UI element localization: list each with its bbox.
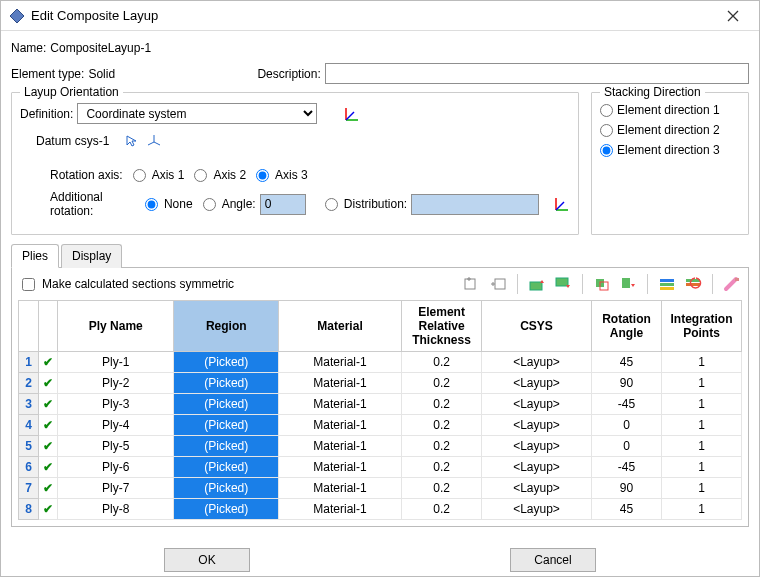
row-number[interactable]: 2 [19,373,39,394]
cell-intpts[interactable]: 1 [662,478,742,499]
table-row[interactable]: 2✔Ply-2(Picked)Material-10.2<Layup>901 [19,373,742,394]
cell-thickness[interactable]: 0.2 [402,415,482,436]
cell-rotation[interactable]: 90 [592,478,662,499]
symmetric-row[interactable]: Make calculated sections symmetric [18,275,234,294]
cell-thickness[interactable]: 0.2 [402,478,482,499]
cell-plyname[interactable]: Ply-7 [58,478,174,499]
axis2-radio[interactable] [194,169,207,182]
row-number[interactable]: 4 [19,415,39,436]
cell-csys[interactable]: <Layup> [482,457,592,478]
create-dist-icon[interactable] [554,195,570,213]
table-row[interactable]: 4✔Ply-4(Picked)Material-10.2<Layup>01 [19,415,742,436]
cell-intpts[interactable]: 1 [662,373,742,394]
definition-select[interactable]: Coordinate system [77,103,317,124]
ok-button[interactable]: OK [164,548,250,572]
insert-after-icon[interactable] [488,274,508,294]
cell-csys[interactable]: <Layup> [482,352,592,373]
tab-display[interactable]: Display [61,244,122,268]
cell-rotation[interactable]: 0 [592,436,662,457]
addrot-angle-radio[interactable] [203,198,216,211]
cell-thickness[interactable]: 0.2 [402,373,482,394]
cell-csys[interactable]: <Layup> [482,499,592,520]
col-plyname[interactable]: Ply Name [58,301,174,352]
cell-rotation[interactable]: 0 [592,415,662,436]
row-enabled-icon[interactable]: ✔ [39,457,58,478]
col-thickness[interactable]: Element Relative Thickness [402,301,482,352]
cell-thickness[interactable]: 0.2 [402,352,482,373]
row-enabled-icon[interactable]: ✔ [39,352,58,373]
cell-intpts[interactable]: 1 [662,457,742,478]
table-row[interactable]: 5✔Ply-5(Picked)Material-10.2<Layup>01 [19,436,742,457]
cell-region[interactable]: (Picked) [174,373,279,394]
cell-intpts[interactable]: 1 [662,415,742,436]
table-row[interactable]: 1✔Ply-1(Picked)Material-10.2<Layup>451 [19,352,742,373]
paste-icon[interactable] [618,274,638,294]
row-enabled-icon[interactable]: ✔ [39,373,58,394]
cell-thickness[interactable]: 0.2 [402,457,482,478]
cell-intpts[interactable]: 1 [662,352,742,373]
row-number[interactable]: 3 [19,394,39,415]
plies-table[interactable]: Ply Name Region Material Element Relativ… [18,300,742,520]
insert-before-icon[interactable] [462,274,482,294]
row-number[interactable]: 6 [19,457,39,478]
cell-region[interactable]: (Picked) [174,352,279,373]
table-row[interactable]: 6✔Ply-6(Picked)Material-10.2<Layup>-451 [19,457,742,478]
row-enabled-icon[interactable]: ✔ [39,415,58,436]
stack-opt1-row[interactable]: Element direction 1 [600,103,740,117]
cell-intpts[interactable]: 1 [662,499,742,520]
table-row[interactable]: 8✔Ply-8(Picked)Material-10.2<Layup>451 [19,499,742,520]
cell-csys[interactable]: <Layup> [482,478,592,499]
cell-material[interactable]: Material-1 [279,373,402,394]
cell-csys[interactable]: <Layup> [482,394,592,415]
cell-rotation[interactable]: -45 [592,394,662,415]
col-material[interactable]: Material [279,301,402,352]
cell-plyname[interactable]: Ply-1 [58,352,174,373]
move-down-icon[interactable] [553,274,573,294]
stack-opt2-radio[interactable] [600,124,613,137]
create-coordsys-icon[interactable] [343,105,361,123]
cell-thickness[interactable]: 0.2 [402,436,482,457]
cell-plyname[interactable]: Ply-4 [58,415,174,436]
stack-opt3-row[interactable]: Element direction 3 [600,143,740,157]
cell-region[interactable]: (Picked) [174,457,279,478]
pattern-a-icon[interactable] [657,274,677,294]
cell-region[interactable]: (Picked) [174,436,279,457]
delete-icon[interactable] [722,274,742,294]
cell-material[interactable]: Material-1 [279,499,402,520]
cell-plyname[interactable]: Ply-5 [58,436,174,457]
cell-material[interactable]: Material-1 [279,352,402,373]
col-rotation[interactable]: Rotation Angle [592,301,662,352]
close-button[interactable] [715,1,751,31]
col-csys[interactable]: CSYS [482,301,592,352]
symmetric-checkbox[interactable] [22,278,35,291]
cell-thickness[interactable]: 0.2 [402,394,482,415]
copy-icon[interactable] [592,274,612,294]
addrot-dist-radio[interactable] [325,198,338,211]
addrot-dist-input[interactable] [411,194,539,215]
cell-material[interactable]: Material-1 [279,478,402,499]
cell-plyname[interactable]: Ply-6 [58,457,174,478]
stack-opt1-radio[interactable] [600,104,613,117]
axis3-radio[interactable] [256,169,269,182]
addrot-none-radio[interactable] [145,198,158,211]
stack-opt3-radio[interactable] [600,144,613,157]
row-enabled-icon[interactable]: ✔ [39,499,58,520]
row-number[interactable]: 7 [19,478,39,499]
addrot-angle-input[interactable] [260,194,306,215]
axis1-radio[interactable] [133,169,146,182]
cell-plyname[interactable]: Ply-8 [58,499,174,520]
cell-csys[interactable]: <Layup> [482,415,592,436]
cell-region[interactable]: (Picked) [174,499,279,520]
datum-axes-icon[interactable] [145,132,163,150]
cell-region[interactable]: (Picked) [174,394,279,415]
cell-plyname[interactable]: Ply-2 [58,373,174,394]
cell-material[interactable]: Material-1 [279,394,402,415]
cell-csys[interactable]: <Layup> [482,436,592,457]
row-number[interactable]: 8 [19,499,39,520]
cell-rotation[interactable]: 90 [592,373,662,394]
table-row[interactable]: 3✔Ply-3(Picked)Material-10.2<Layup>-451 [19,394,742,415]
pointer-icon[interactable] [123,132,141,150]
cell-material[interactable]: Material-1 [279,415,402,436]
stack-opt2-row[interactable]: Element direction 2 [600,123,740,137]
cell-thickness[interactable]: 0.2 [402,499,482,520]
